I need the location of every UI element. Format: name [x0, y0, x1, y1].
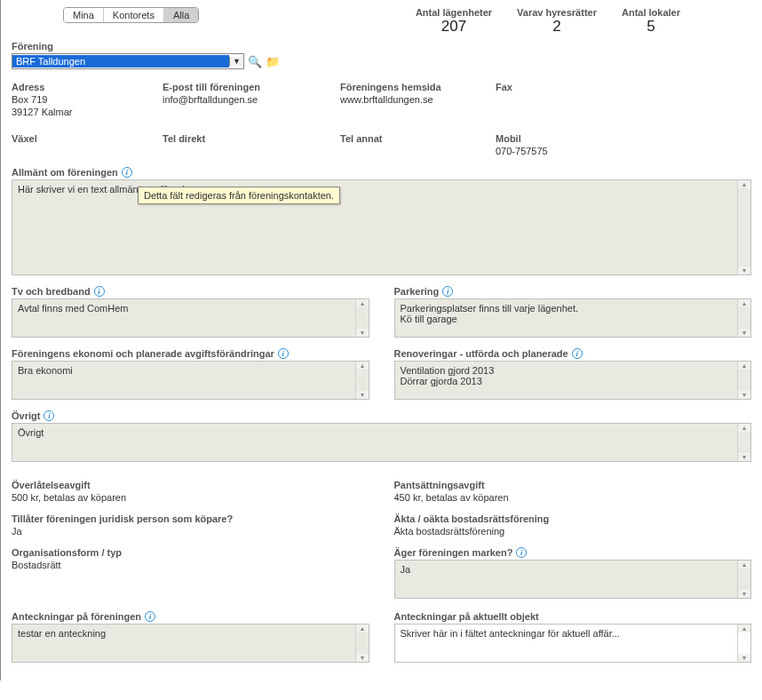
scrollbar[interactable]: ▴▾ — [737, 299, 750, 337]
genuine-label: Äkta / oäkta bostadsrättsförening — [394, 513, 752, 524]
orgform-label: Organisationsform / typ — [12, 547, 369, 558]
notes-object-textarea[interactable]: Skriver här in i fältet anteckningar för… — [394, 624, 752, 663]
email-value: info@brftalldungen.se — [163, 94, 340, 105]
info-icon[interactable]: i — [44, 410, 54, 421]
address-label: Adress — [12, 82, 163, 92]
binoculars-icon[interactable]: 🔍 — [248, 54, 262, 68]
general-label: Allmänt om föreningen — [12, 167, 118, 178]
info-icon[interactable]: i — [94, 286, 105, 297]
scrollbar[interactable]: ▴▾ — [737, 561, 750, 598]
address-line2: 39127 Kalmar — [12, 107, 163, 117]
owns-land-label: Äger föreningen marken? — [394, 547, 513, 558]
telother-label: Tel annat — [340, 133, 496, 144]
pledge-fee-label: Pantsättningsavgift — [394, 480, 752, 490]
info-icon[interactable]: i — [516, 547, 527, 558]
scrollbar[interactable]: ▴▾ — [355, 362, 369, 399]
orgform-value: Bostadsrätt — [12, 560, 369, 570]
mobile-label: Mobil — [496, 133, 673, 144]
info-icon[interactable]: i — [572, 348, 583, 359]
website-value: www.brftalldungen.se — [340, 94, 496, 105]
tab-kontorets[interactable]: Kontorets — [104, 8, 164, 22]
tab-alla[interactable]: Alla — [164, 8, 198, 22]
teldirect-label: Tel direkt — [163, 133, 340, 144]
economy-label: Föreningens ekonomi och planerade avgift… — [12, 348, 274, 359]
info-icon[interactable]: i — [278, 348, 289, 359]
chevron-down-icon[interactable]: ▼ — [229, 57, 243, 66]
info-icon[interactable]: i — [145, 611, 155, 622]
scope-tabs: Mina Kontorets Alla — [63, 7, 199, 23]
tv-textarea[interactable]: Avtal finns med ComHem ▴▾ — [12, 298, 369, 338]
legal-buyer-value: Ja — [12, 526, 369, 537]
scrollbar[interactable]: ▴▾ — [737, 362, 750, 399]
fax-label: Fax — [496, 82, 673, 92]
stat-rentals: Varav hyresrätter 2 — [517, 7, 597, 36]
association-dropdown[interactable]: BRF Talldungen ▼ — [12, 53, 244, 69]
notes-assoc-label: Anteckningar på föreningen — [12, 611, 141, 622]
owns-land-textarea[interactable]: Ja ▴▾ — [394, 560, 752, 599]
scrollbar[interactable]: ▴▾ — [355, 624, 369, 662]
transfer-fee-label: Överlåtelseavgift — [12, 480, 369, 490]
renov-textarea[interactable]: Ventilation gjord 2013 Dörrar gjorda 201… — [394, 361, 752, 400]
scrollbar[interactable]: ▴▾ — [737, 624, 750, 662]
renov-label: Renoveringar - utförda och planerade — [394, 348, 568, 359]
genuine-value: Äkta bostadsrättsförening — [394, 526, 752, 537]
transfer-fee-value: 500 kr, betalas av köparen — [12, 492, 369, 503]
mobile-value: 070-757575 — [496, 146, 673, 156]
misc-label: Övrigt — [12, 410, 40, 421]
general-textarea[interactable]: Här skriver vi en text allmänt om föreni… — [12, 179, 751, 275]
economy-textarea[interactable]: Bra ekonomi ▴▾ — [12, 361, 369, 400]
pledge-fee-value: 450 kr, betalas av köparen — [394, 492, 752, 503]
stat-apartments: Antal lägenheter 207 — [416, 7, 492, 36]
parking-label: Parkering — [394, 286, 440, 297]
notes-object-label: Anteckningar på aktuellt objekt — [394, 611, 539, 622]
legal-buyer-label: Tillåter föreningen juridisk person som … — [12, 513, 369, 524]
tooltip: Detta fält redigeras från föreningskonta… — [138, 187, 340, 204]
tab-mina[interactable]: Mina — [64, 8, 104, 22]
address-line1: Box 719 — [12, 94, 163, 105]
notes-assoc-textarea[interactable]: testar en anteckning ▴▾ — [12, 624, 369, 663]
scrollbar[interactable]: ▴▾ — [355, 299, 369, 337]
scrollbar[interactable]: ▴▾ — [737, 180, 750, 274]
folder-icon[interactable]: 📁 — [266, 54, 280, 68]
association-label: Förening — [12, 41, 751, 52]
email-label: E-post till föreningen — [163, 82, 340, 92]
info-icon[interactable]: i — [442, 286, 453, 297]
stat-premises: Antal lokaler 5 — [622, 7, 680, 36]
tv-label: Tv och bredband — [12, 286, 91, 297]
info-icon[interactable]: i — [122, 167, 132, 178]
misc-textarea[interactable]: Övrigt ▴▾ — [12, 423, 751, 462]
switchboard-label: Växel — [12, 133, 163, 144]
website-label: Föreningens hemsida — [340, 82, 496, 92]
scrollbar[interactable]: ▴▾ — [737, 424, 750, 461]
parking-textarea[interactable]: Parkeringsplatser finns till varje lägen… — [394, 298, 752, 338]
